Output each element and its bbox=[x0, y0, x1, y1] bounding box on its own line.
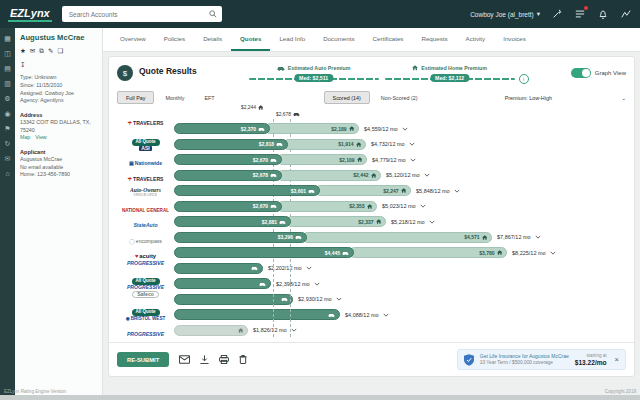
home-premium-label: Estimated Home Premium bbox=[421, 65, 487, 71]
rail-flag-icon[interactable]: ⚑ bbox=[4, 125, 10, 132]
life-insurance-banner: Get Life Insurance for Augustus McCrae 1… bbox=[457, 349, 626, 370]
auto-premium-segment[interactable] bbox=[174, 309, 340, 320]
email-icon[interactable]: ✉ bbox=[30, 46, 35, 55]
expand-quote-chevron[interactable] bbox=[291, 328, 297, 332]
home-premium-segment[interactable]: $2,189 bbox=[265, 123, 359, 134]
close-icon[interactable]: × bbox=[615, 355, 619, 364]
note-icon[interactable]: ✎ bbox=[48, 46, 53, 55]
pay-option-full-pay[interactable]: Full Pay bbox=[117, 91, 154, 104]
rail-reports-icon[interactable]: ▥ bbox=[4, 80, 11, 87]
graph-view-toggle[interactable] bbox=[571, 68, 591, 78]
median-label-home: $2,244 bbox=[241, 105, 263, 110]
address-link-map[interactable]: Map bbox=[20, 134, 30, 140]
notifications-bell-icon[interactable] bbox=[597, 8, 609, 20]
expand-quote-chevron[interactable] bbox=[409, 142, 415, 146]
auto-premium-segment[interactable] bbox=[174, 263, 263, 274]
tab-quotes[interactable]: Quotes bbox=[231, 28, 270, 51]
delete-quotes-icon[interactable] bbox=[239, 355, 247, 364]
rail-records-icon[interactable]: ◉ bbox=[4, 110, 10, 117]
tab-overview[interactable]: Overview bbox=[111, 28, 155, 51]
home-premium-segment[interactable]: $4,571 bbox=[302, 232, 492, 243]
expand-quote-chevron[interactable] bbox=[550, 251, 556, 255]
pay-option-monthly[interactable]: Monthly bbox=[156, 91, 193, 104]
expand-quote-chevron[interactable] bbox=[454, 189, 460, 193]
home-premium-segment[interactable]: $2,442 bbox=[277, 170, 381, 181]
email-quotes-icon[interactable] bbox=[179, 355, 190, 364]
tab-lead-info[interactable]: Lead Info bbox=[270, 28, 314, 51]
address-link-view[interactable]: View bbox=[35, 134, 46, 140]
tab-certificates[interactable]: Certificates bbox=[363, 28, 412, 51]
print-quotes-icon[interactable] bbox=[219, 355, 229, 364]
applicant-name: Augustus McCrae bbox=[20, 156, 97, 164]
quote-total: $4,732/12 mo bbox=[371, 141, 405, 147]
home-premium-segment[interactable]: $3,780 bbox=[349, 247, 507, 258]
resubmit-button[interactable]: RE-SUBMIT bbox=[117, 352, 169, 367]
download-icon[interactable]: ↧ bbox=[20, 60, 25, 69]
auto-premium-segment[interactable]: $3,601 bbox=[174, 185, 320, 196]
expand-quote-chevron[interactable] bbox=[306, 266, 312, 270]
rail-settings-gear-icon[interactable]: ⚙ bbox=[4, 95, 10, 102]
auto-premium-segment[interactable] bbox=[174, 278, 271, 289]
tab-requests[interactable]: Requests bbox=[412, 28, 456, 51]
quote-bar: $2,678$2,442$5,120/12 mo bbox=[174, 170, 626, 181]
client-name: Augustus McCrae bbox=[20, 34, 97, 42]
home-premium-segment[interactable]: $2,337 bbox=[286, 216, 386, 227]
expand-quote-chevron[interactable] bbox=[424, 173, 430, 177]
home-premium-segment[interactable]: $2,247 bbox=[315, 185, 411, 196]
auto-premium-segment[interactable]: $2,678 bbox=[174, 170, 282, 181]
rail-home-icon[interactable]: ⌂ bbox=[5, 170, 9, 177]
auto-premium-segment[interactable]: $2,370 bbox=[174, 123, 270, 134]
expand-quote-chevron[interactable] bbox=[314, 282, 320, 286]
auto-premium-segment[interactable]: $3,296 bbox=[174, 232, 307, 243]
analytics-icon[interactable] bbox=[620, 8, 632, 20]
tab-details[interactable]: Details bbox=[194, 28, 231, 51]
favorite-star-icon[interactable]: ★ bbox=[20, 46, 26, 55]
auto-premium-segment[interactable]: $2,881 bbox=[174, 216, 291, 227]
home-premium-segment[interactable]: $2,109 bbox=[277, 154, 367, 165]
quote-bar: $2,370$2,189$4,559/12 mo bbox=[174, 123, 626, 134]
search-input[interactable] bbox=[67, 10, 209, 19]
expand-quote-chevron[interactable] bbox=[535, 235, 541, 239]
expand-quote-chevron[interactable] bbox=[429, 220, 435, 224]
home-premium-segment[interactable] bbox=[174, 325, 248, 336]
auto-premium-segment[interactable]: $2,670 bbox=[174, 201, 282, 212]
rail-history-icon[interactable]: ↻ bbox=[5, 140, 11, 147]
expand-quote-chevron[interactable] bbox=[420, 204, 426, 208]
sort-dropdown[interactable]: Premium: Low-High ⌄ bbox=[431, 95, 626, 101]
quote-bar: $4,088/12 mo bbox=[174, 309, 626, 320]
rail-calendar-icon[interactable]: ▤ bbox=[4, 65, 11, 72]
score-filter-group: Scored (14)Non-Scored (2) bbox=[324, 91, 427, 104]
link-icon[interactable]: ⧉ bbox=[39, 46, 44, 55]
card-icon[interactable]: ❏ bbox=[57, 46, 63, 55]
auto-premium-segment[interactable] bbox=[174, 294, 293, 305]
rail-contact-card-icon[interactable]: ◫ bbox=[4, 50, 11, 57]
magic-wand-icon[interactable] bbox=[551, 8, 563, 20]
tab-policies[interactable]: Policies bbox=[155, 28, 194, 51]
score-option-scored-14-[interactable]: Scored (14) bbox=[324, 91, 370, 104]
home-premium-segment[interactable]: $2,353 bbox=[277, 201, 377, 212]
page-footer: EZLynx Rating Engine Version Copyright 2… bbox=[4, 389, 636, 394]
tab-activity[interactable]: Activity bbox=[457, 28, 495, 51]
expand-quote-chevron[interactable] bbox=[402, 127, 408, 131]
tab-documents[interactable]: Documents bbox=[314, 28, 363, 51]
score-option-non-scored-2-[interactable]: Non-Scored (2) bbox=[372, 91, 427, 104]
auto-premium-segment[interactable]: $2,818 bbox=[174, 139, 288, 150]
tasks-icon[interactable] bbox=[574, 8, 586, 20]
rail-apps-grid-icon[interactable]: ▦ bbox=[4, 35, 11, 42]
filter-row: Full PayMonthlyEFT Scored (14)Non-Scored… bbox=[109, 86, 634, 106]
sort-label: Premium: Low-High bbox=[505, 95, 552, 101]
footer-right: Copyright 2019 bbox=[605, 389, 636, 394]
expand-quote-chevron[interactable] bbox=[410, 158, 416, 162]
ezlynx-logo[interactable]: EZLynx bbox=[8, 6, 52, 21]
auto-premium-segment[interactable]: $4,445 bbox=[174, 247, 354, 258]
expand-quote-chevron[interactable] bbox=[383, 313, 389, 317]
auto-premium-segment[interactable]: $2,670 bbox=[174, 154, 282, 165]
rail-mail-icon[interactable]: ✉ bbox=[5, 155, 11, 162]
expand-quote-chevron[interactable] bbox=[336, 297, 342, 301]
tab-invoices[interactable]: Invoices bbox=[494, 28, 535, 51]
user-menu[interactable]: Cowboy Joe (al_brett)▾ bbox=[470, 10, 540, 18]
pay-option-eft[interactable]: EFT bbox=[195, 91, 223, 104]
home-premium-segment[interactable]: $1,914 bbox=[283, 139, 366, 150]
download-quotes-icon[interactable] bbox=[200, 355, 209, 364]
info-icon[interactable]: i bbox=[519, 74, 529, 84]
